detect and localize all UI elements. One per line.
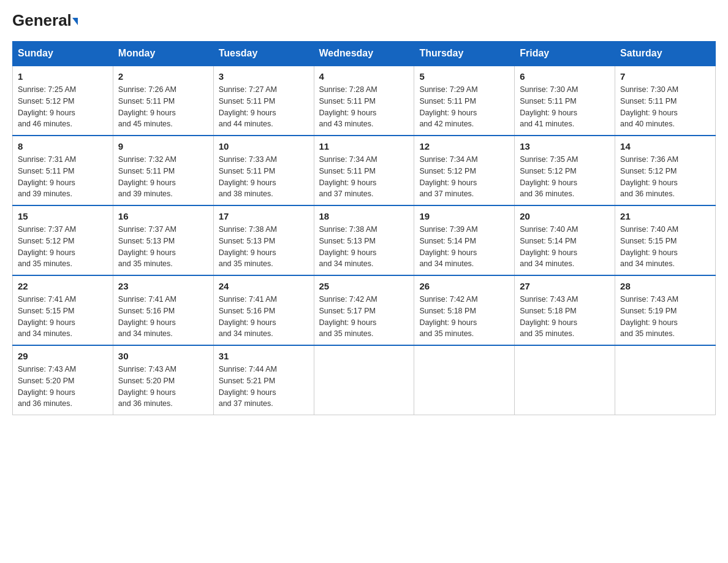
day-number: 2 [118,71,208,82]
day-info: Sunrise: 7:41 AMSunset: 5:16 PMDaylight:… [219,295,277,338]
col-header-sunday: Sunday [13,42,113,66]
day-info: Sunrise: 7:28 AMSunset: 5:11 PMDaylight:… [319,85,377,128]
day-info: Sunrise: 7:30 AMSunset: 5:11 PMDaylight:… [620,85,678,128]
day-info: Sunrise: 7:34 AMSunset: 5:12 PMDaylight:… [419,155,477,198]
day-number: 8 [18,141,108,151]
calendar-cell: 22 Sunrise: 7:41 AMSunset: 5:15 PMDaylig… [13,275,113,345]
calendar-cell: 1 Sunrise: 7:25 AMSunset: 5:12 PMDayligh… [13,66,113,136]
day-number: 19 [419,211,509,221]
day-number: 17 [219,211,309,221]
day-info: Sunrise: 7:40 AMSunset: 5:15 PMDaylight:… [620,225,678,268]
page-header: General [12,12,716,29]
calendar-cell: 3 Sunrise: 7:27 AMSunset: 5:11 PMDayligh… [213,66,314,136]
col-header-monday: Monday [113,42,213,66]
day-info: Sunrise: 7:42 AMSunset: 5:17 PMDaylight:… [319,295,377,338]
day-number: 4 [319,71,409,82]
day-number: 22 [18,281,108,291]
day-number: 30 [118,351,208,361]
day-info: Sunrise: 7:43 AMSunset: 5:20 PMDaylight:… [118,365,176,408]
day-info: Sunrise: 7:37 AMSunset: 5:12 PMDaylight:… [18,225,76,268]
calendar-week-row: 15 Sunrise: 7:37 AMSunset: 5:12 PMDaylig… [13,205,716,275]
calendar-cell [615,345,716,415]
day-number: 15 [18,211,108,221]
day-info: Sunrise: 7:31 AMSunset: 5:11 PMDaylight:… [18,155,76,198]
calendar-cell: 4 Sunrise: 7:28 AMSunset: 5:11 PMDayligh… [314,66,414,136]
calendar-cell: 31 Sunrise: 7:44 AMSunset: 5:21 PMDaylig… [213,345,314,415]
calendar-table: SundayMondayTuesdayWednesdayThursdayFrid… [12,41,716,415]
calendar-cell: 29 Sunrise: 7:43 AMSunset: 5:20 PMDaylig… [13,345,113,415]
col-header-thursday: Thursday [414,42,515,66]
day-number: 12 [419,141,509,151]
col-header-wednesday: Wednesday [314,42,414,66]
day-number: 26 [419,281,509,291]
calendar-cell: 6 Sunrise: 7:30 AMSunset: 5:11 PMDayligh… [515,66,615,136]
day-info: Sunrise: 7:40 AMSunset: 5:14 PMDaylight:… [520,225,578,268]
day-number: 9 [118,141,208,151]
day-number: 14 [620,141,710,151]
calendar-week-row: 22 Sunrise: 7:41 AMSunset: 5:15 PMDaylig… [13,275,716,345]
calendar-header-row: SundayMondayTuesdayWednesdayThursdayFrid… [13,42,716,66]
calendar-week-row: 29 Sunrise: 7:43 AMSunset: 5:20 PMDaylig… [13,345,716,415]
calendar-cell: 27 Sunrise: 7:43 AMSunset: 5:18 PMDaylig… [515,275,615,345]
calendar-cell: 24 Sunrise: 7:41 AMSunset: 5:16 PMDaylig… [213,275,314,345]
day-number: 27 [520,281,610,291]
day-number: 23 [118,281,208,291]
day-number: 31 [219,351,309,361]
calendar-week-row: 1 Sunrise: 7:25 AMSunset: 5:12 PMDayligh… [13,66,716,136]
day-info: Sunrise: 7:25 AMSunset: 5:12 PMDaylight:… [18,85,76,128]
day-number: 21 [620,211,710,221]
calendar-cell: 2 Sunrise: 7:26 AMSunset: 5:11 PMDayligh… [113,66,213,136]
day-number: 3 [219,71,309,82]
calendar-cell [314,345,414,415]
day-info: Sunrise: 7:43 AMSunset: 5:18 PMDaylight:… [520,295,578,338]
calendar-cell: 7 Sunrise: 7:30 AMSunset: 5:11 PMDayligh… [615,66,716,136]
calendar-cell: 13 Sunrise: 7:35 AMSunset: 5:12 PMDaylig… [515,136,615,205]
logo-triangle-icon [72,18,78,25]
logo: General [12,12,78,29]
day-info: Sunrise: 7:27 AMSunset: 5:11 PMDaylight:… [219,85,277,128]
col-header-tuesday: Tuesday [213,42,314,66]
day-info: Sunrise: 7:44 AMSunset: 5:21 PMDaylight:… [219,365,277,408]
day-number: 7 [620,71,710,82]
day-info: Sunrise: 7:38 AMSunset: 5:13 PMDaylight:… [319,225,377,268]
day-info: Sunrise: 7:26 AMSunset: 5:11 PMDaylight:… [118,85,176,128]
day-info: Sunrise: 7:41 AMSunset: 5:15 PMDaylight:… [18,295,76,338]
calendar-cell: 5 Sunrise: 7:29 AMSunset: 5:11 PMDayligh… [414,66,515,136]
day-info: Sunrise: 7:36 AMSunset: 5:12 PMDaylight:… [620,155,678,198]
calendar-week-row: 8 Sunrise: 7:31 AMSunset: 5:11 PMDayligh… [13,136,716,205]
day-number: 6 [520,71,610,82]
day-number: 29 [18,351,108,361]
logo-general-text: General [12,12,72,28]
calendar-cell: 8 Sunrise: 7:31 AMSunset: 5:11 PMDayligh… [13,136,113,205]
day-number: 20 [520,211,610,221]
day-info: Sunrise: 7:32 AMSunset: 5:11 PMDaylight:… [118,155,176,198]
calendar-cell: 17 Sunrise: 7:38 AMSunset: 5:13 PMDaylig… [213,205,314,275]
day-number: 16 [118,211,208,221]
calendar-cell: 20 Sunrise: 7:40 AMSunset: 5:14 PMDaylig… [515,205,615,275]
day-info: Sunrise: 7:42 AMSunset: 5:18 PMDaylight:… [419,295,477,338]
calendar-cell: 25 Sunrise: 7:42 AMSunset: 5:17 PMDaylig… [314,275,414,345]
day-info: Sunrise: 7:29 AMSunset: 5:11 PMDaylight:… [419,85,477,128]
day-number: 13 [520,141,610,151]
day-info: Sunrise: 7:41 AMSunset: 5:16 PMDaylight:… [118,295,176,338]
day-number: 18 [319,211,409,221]
calendar-cell [414,345,515,415]
day-info: Sunrise: 7:43 AMSunset: 5:19 PMDaylight:… [620,295,678,338]
day-info: Sunrise: 7:43 AMSunset: 5:20 PMDaylight:… [18,365,76,408]
calendar-cell: 12 Sunrise: 7:34 AMSunset: 5:12 PMDaylig… [414,136,515,205]
day-info: Sunrise: 7:39 AMSunset: 5:14 PMDaylight:… [419,225,477,268]
calendar-cell: 26 Sunrise: 7:42 AMSunset: 5:18 PMDaylig… [414,275,515,345]
day-info: Sunrise: 7:37 AMSunset: 5:13 PMDaylight:… [118,225,176,268]
calendar-cell: 21 Sunrise: 7:40 AMSunset: 5:15 PMDaylig… [615,205,716,275]
calendar-cell [515,345,615,415]
day-info: Sunrise: 7:35 AMSunset: 5:12 PMDaylight:… [520,155,578,198]
calendar-cell: 11 Sunrise: 7:34 AMSunset: 5:11 PMDaylig… [314,136,414,205]
calendar-cell: 10 Sunrise: 7:33 AMSunset: 5:11 PMDaylig… [213,136,314,205]
day-number: 11 [319,141,409,151]
col-header-saturday: Saturday [615,42,716,66]
calendar-cell: 18 Sunrise: 7:38 AMSunset: 5:13 PMDaylig… [314,205,414,275]
calendar-cell: 14 Sunrise: 7:36 AMSunset: 5:12 PMDaylig… [615,136,716,205]
day-number: 25 [319,281,409,291]
day-number: 24 [219,281,309,291]
day-info: Sunrise: 7:33 AMSunset: 5:11 PMDaylight:… [219,155,277,198]
